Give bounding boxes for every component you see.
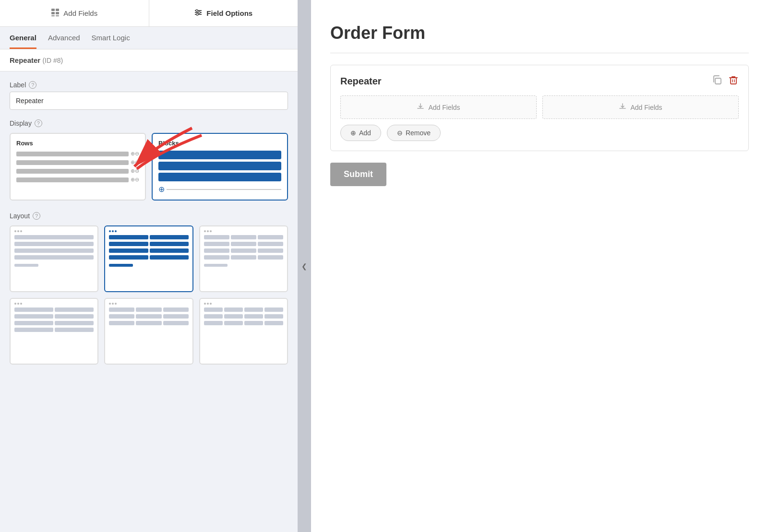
repeater-header: Repeater [340, 75, 739, 88]
svg-point-10 [198, 12, 200, 13]
display-section-title: Display ? [10, 119, 288, 127]
add-button[interactable]: ⊕ Add [340, 125, 381, 141]
download-icon-2 [619, 103, 626, 112]
row-line-2: ⊕⊖ [16, 159, 139, 166]
remove-circle-icon: ⊖ [397, 129, 403, 137]
delete-icon[interactable] [728, 75, 739, 88]
remove-button[interactable]: ⊖ Remove [387, 125, 441, 141]
layout-card-4[interactable] [10, 298, 98, 365]
copy-icon[interactable] [712, 75, 722, 88]
row-bar [16, 169, 129, 174]
svg-rect-3 [56, 12, 59, 14]
display-container: Rows ⊕⊖ ⊕⊖ ⊕⊖ [10, 133, 288, 201]
add-fields-label: Add Fields [63, 9, 97, 17]
add-label: Add [359, 129, 371, 137]
right-panel: Order Form Repeater [311, 0, 768, 532]
tab-smart-logic[interactable]: Smart Logic [92, 34, 130, 49]
field-options-label: Field Options [206, 9, 252, 17]
layout-card-1[interactable] [10, 225, 98, 292]
row-bar [16, 152, 129, 156]
row-icons: ⊕⊖ [131, 177, 139, 183]
add-fields-row: Add Fields Add Fields [340, 95, 739, 119]
panel-content: Repeater (ID #8) Label ? Display ? [0, 49, 298, 532]
layout-help-icon[interactable]: ? [33, 212, 40, 220]
block-bar-1 [158, 151, 281, 159]
left-panel: Add Fields Field Options General Advance… [0, 0, 298, 532]
field-options-tab[interactable]: Field Options [149, 0, 298, 26]
layout-card-2[interactable] [104, 225, 193, 292]
add-circle-icon: ⊕ [350, 129, 356, 137]
tab-advanced[interactable]: Advanced [48, 34, 80, 49]
add-fields-btn-2[interactable]: Add Fields [542, 95, 739, 119]
row-bar [16, 177, 129, 182]
field-header: Repeater (ID #8) [0, 49, 298, 71]
svg-rect-5 [56, 15, 59, 16]
form-title: Order Form [330, 23, 749, 43]
repeater-block: Repeater [330, 65, 749, 151]
layout-card-3[interactable] [199, 225, 288, 292]
panel-divider[interactable]: ❮ [298, 0, 311, 532]
label-section-title: Label ? [10, 81, 288, 89]
blocks-title: Blocks [158, 140, 281, 147]
form-divider [330, 53, 749, 53]
remove-label: Remove [406, 129, 431, 137]
label-input[interactable] [10, 92, 288, 110]
svg-rect-2 [51, 12, 55, 14]
layout-card-5[interactable] [104, 298, 193, 365]
block-add: ⊕ [158, 185, 281, 194]
repeater-actions [712, 75, 739, 88]
block-bar-2 [158, 162, 281, 170]
svg-point-9 [196, 10, 198, 12]
row-icons: ⊕⊖ [131, 168, 139, 174]
layout-card-6[interactable] [199, 298, 288, 365]
sub-tabs: General Advanced Smart Logic [0, 27, 298, 49]
row-line-3: ⊕⊖ [16, 168, 139, 174]
display-blocks-card[interactable]: Blocks ⊕ [152, 133, 288, 201]
blocks-visual: ⊕ [158, 151, 281, 194]
label-text: Label [10, 81, 26, 89]
display-text: Display [10, 119, 32, 127]
submit-button[interactable]: Submit [330, 163, 386, 186]
field-id: (ID #8) [42, 57, 63, 64]
add-fields-tab[interactable]: Add Fields [0, 0, 149, 26]
svg-rect-1 [56, 9, 59, 11]
tab-general[interactable]: General [10, 34, 36, 49]
add-fields-btn-1[interactable]: Add Fields [340, 95, 537, 119]
row-icons: ⊕⊖ [131, 159, 139, 166]
download-icon-1 [417, 103, 424, 112]
repeater-block-title: Repeater [340, 76, 382, 87]
top-nav: Add Fields Field Options [0, 0, 298, 27]
grid-icon [51, 8, 60, 18]
row-line-4: ⊕⊖ [16, 177, 139, 183]
label-help-icon[interactable]: ? [29, 81, 36, 89]
rows-visual: ⊕⊖ ⊕⊖ ⊕⊖ ⊕⊖ [16, 151, 139, 183]
row-line-1: ⊕⊖ [16, 151, 139, 157]
svg-rect-0 [51, 9, 55, 11]
display-options: Rows ⊕⊖ ⊕⊖ ⊕⊖ [10, 133, 288, 201]
svg-point-11 [196, 13, 198, 15]
field-name: Repeater [10, 56, 40, 64]
add-fields-btn-2-label: Add Fields [630, 104, 662, 111]
layout-text: Layout [10, 212, 30, 220]
block-add-icon: ⊕ [158, 185, 165, 194]
svg-rect-13 [715, 78, 721, 84]
block-bar-3 [158, 173, 281, 181]
submit-label: Submit [344, 169, 373, 179]
row-icons: ⊕⊖ [131, 151, 139, 157]
display-help-icon[interactable]: ? [35, 119, 42, 127]
repeater-footer: ⊕ Add ⊖ Remove [340, 125, 739, 141]
collapse-arrow-icon: ❮ [301, 262, 307, 270]
svg-rect-14 [731, 78, 736, 84]
sliders-icon [194, 8, 203, 18]
rows-title: Rows [16, 140, 139, 147]
svg-rect-4 [51, 15, 55, 16]
block-add-line [167, 189, 281, 190]
row-bar [16, 160, 129, 165]
layout-grid [10, 225, 288, 365]
add-fields-btn-1-label: Add Fields [428, 104, 460, 111]
layout-section-title: Layout ? [10, 212, 288, 220]
display-rows-card[interactable]: Rows ⊕⊖ ⊕⊖ ⊕⊖ [10, 133, 146, 201]
